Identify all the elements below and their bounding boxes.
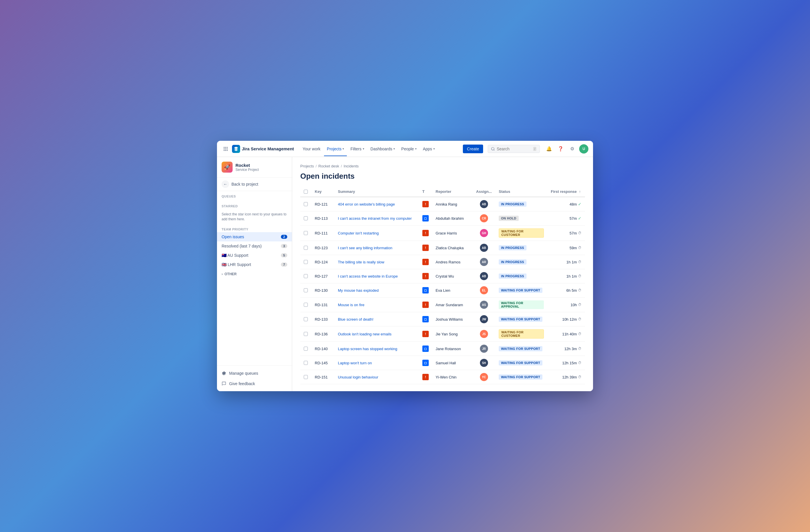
queue-badge: 7	[281, 263, 287, 267]
assignee-avatar: AB	[480, 272, 488, 280]
breadcrumb-rocket-desk[interactable]: Rocket desk	[319, 164, 339, 168]
queue-item-0[interactable]: Open issues 2	[217, 232, 292, 242]
row-assignee: AB	[473, 197, 495, 211]
incident-link[interactable]: 404 error on website's billing page	[338, 202, 395, 206]
table-row: RD-123 I can't see any billing informati…	[300, 241, 585, 255]
type-icon: !	[422, 302, 429, 308]
row-checkbox[interactable]	[304, 246, 308, 250]
header-key: Key	[311, 186, 335, 197]
row-checkbox[interactable]	[304, 332, 308, 336]
manage-queues-action[interactable]: Manage queues	[217, 368, 292, 379]
row-checkbox-cell	[300, 255, 311, 269]
queue-label: Resolved (last 7 days)	[222, 244, 281, 248]
incident-link[interactable]: The billing site is really slow	[338, 260, 384, 264]
queue-item-2[interactable]: 🇦🇺 AU Support 5	[217, 251, 292, 260]
incident-link[interactable]: Unusual login behaviour	[338, 375, 378, 379]
row-key: RD-121	[311, 197, 335, 211]
row-checkbox[interactable]	[304, 361, 308, 365]
grid-menu-icon[interactable]	[222, 145, 230, 153]
project-info: Rocket Service Project	[236, 163, 287, 172]
search-bar[interactable]: /	[488, 145, 540, 153]
row-reporter: Abdullah Ibrahim	[432, 211, 473, 226]
row-checkbox[interactable]	[304, 274, 308, 278]
row-reporter: Samuel Hall	[432, 356, 473, 370]
select-all-checkbox[interactable]	[304, 190, 308, 194]
back-to-project[interactable]: ← Back to project	[217, 178, 292, 191]
status-badge: WAITING FOR SUPPORT	[499, 288, 542, 293]
help-button[interactable]: ❓	[556, 144, 565, 153]
table-row: RD-140 Laptop screen has stopped working…	[300, 342, 585, 356]
header-first-response[interactable]: First response ↑	[547, 186, 585, 197]
row-checkbox[interactable]	[304, 260, 308, 264]
row-checkbox[interactable]	[304, 375, 308, 379]
app-logo[interactable]: Jira Service Management	[232, 145, 294, 153]
incident-link[interactable]: Laptop won't turn on	[338, 361, 372, 365]
queue-item-1[interactable]: Resolved (last 7 days) 3	[217, 242, 292, 251]
create-button[interactable]: Create	[463, 145, 483, 153]
row-checkbox[interactable]	[304, 303, 308, 307]
notifications-button[interactable]: 🔔	[545, 144, 554, 153]
row-checkbox[interactable]	[304, 202, 308, 206]
incident-link[interactable]: Outlook isn't loading new emails	[338, 332, 391, 336]
breadcrumb-projects[interactable]: Projects	[300, 164, 314, 168]
assignee-avatar: AR	[480, 258, 488, 266]
incident-link[interactable]: I can't see any billing information	[338, 246, 392, 250]
row-checkbox[interactable]	[304, 347, 308, 351]
type-icon: !	[422, 331, 429, 337]
response-time-value: 12h 15m	[562, 361, 577, 365]
status-badge: IN PROGRESS	[499, 273, 526, 279]
queue-label: 🇬🇧 LHR Support	[222, 262, 281, 267]
response-time-value: 1h 1m	[566, 260, 577, 264]
incidents-tbody: RD-121 404 error on website's billing pa…	[300, 197, 585, 384]
response-time-value: 10h 12m	[562, 317, 577, 321]
row-checkbox[interactable]	[304, 317, 308, 321]
settings-button[interactable]: ⚙	[568, 144, 577, 153]
incident-link[interactable]: Mouse is on fire	[338, 303, 364, 307]
search-input[interactable]	[497, 147, 531, 151]
nav-yourwork[interactable]: Your work	[300, 144, 323, 153]
incident-link[interactable]: Computer isn't restarting	[338, 231, 379, 235]
row-checkbox[interactable]	[304, 216, 308, 220]
status-badge: WAITING FOR CUSTOMER	[499, 329, 544, 338]
page-title: Open incidents	[300, 172, 585, 181]
project-icon: 🚀	[222, 162, 232, 172]
row-status: WAITING FOR APPROVAL	[495, 298, 547, 312]
row-checkbox[interactable]	[304, 231, 308, 235]
row-reporter: Andres Ramos	[432, 255, 473, 269]
assignee-avatar: YC	[480, 373, 488, 381]
response-time: 12h 39m ⏱	[551, 375, 581, 379]
type-icon: !	[422, 259, 429, 265]
incident-link[interactable]: My mouse has exploded	[338, 288, 379, 293]
other-section[interactable]: › OTHER	[217, 269, 292, 279]
response-time: 12h 15m ⏱	[551, 361, 581, 365]
row-key: RD-145	[311, 356, 335, 370]
sidebar-bottom: Manage queues Give feedback	[217, 365, 292, 391]
incident-link[interactable]: I can't access the intranet from my comp…	[338, 216, 412, 221]
project-name: Rocket	[236, 163, 287, 168]
incident-link[interactable]: Blue screen of death!	[338, 317, 373, 321]
sidebar: 🚀 Rocket Service Project ← Back to proje…	[217, 157, 292, 391]
nav-dashboards[interactable]: Dashboards ▾	[368, 144, 398, 153]
queue-item-3[interactable]: 🇬🇧 LHR Support 7	[217, 260, 292, 269]
project-type: Service Project	[236, 168, 287, 172]
row-checkbox-cell	[300, 356, 311, 370]
nav-apps[interactable]: Apps ▾	[420, 144, 438, 153]
type-icon: !	[422, 230, 429, 236]
row-status: IN PROGRESS	[495, 241, 547, 255]
assignee-avatar: EL	[480, 286, 488, 294]
nav-projects[interactable]: Projects ▾	[324, 144, 347, 153]
response-time: 59m ⏱	[551, 246, 581, 250]
give-feedback-action[interactable]: Give feedback	[217, 379, 292, 389]
row-summary: I can't access the intranet from my comp…	[335, 211, 419, 226]
nav-filters[interactable]: Filters ▾	[347, 144, 367, 153]
row-summary: I can't access the website in Europe	[335, 269, 419, 283]
incident-link[interactable]: Laptop screen has stopped working	[338, 347, 397, 351]
manage-queues-label: Manage queues	[229, 371, 258, 376]
feedback-icon	[222, 381, 226, 386]
row-checkbox[interactable]	[304, 288, 308, 292]
nav-people[interactable]: People ▾	[398, 144, 419, 153]
user-avatar[interactable]: U	[579, 144, 588, 153]
starred-hint: Select the star icon next to your queues…	[217, 211, 292, 224]
incident-link[interactable]: I can't access the website in Europe	[338, 274, 398, 279]
svg-line-1	[494, 149, 495, 150]
